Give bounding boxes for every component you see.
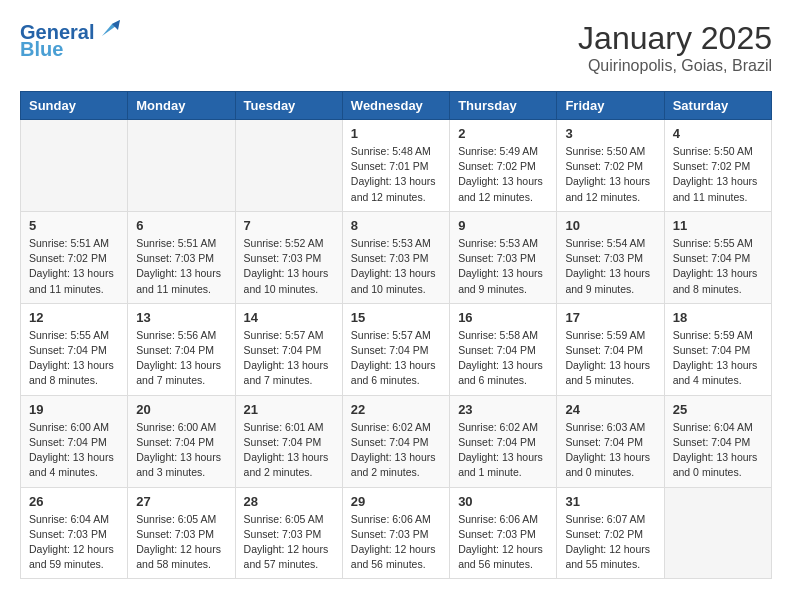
- table-row: 7Sunrise: 5:52 AM Sunset: 7:03 PM Daylig…: [235, 211, 342, 303]
- day-number: 26: [29, 494, 119, 509]
- table-row: 31Sunrise: 6:07 AM Sunset: 7:02 PM Dayli…: [557, 487, 664, 579]
- day-number: 23: [458, 402, 548, 417]
- day-number: 14: [244, 310, 334, 325]
- month-title: January 2025: [578, 20, 772, 57]
- page-header: General Blue January 2025 Quirinopolis, …: [20, 20, 772, 75]
- table-row: 19Sunrise: 6:00 AM Sunset: 7:04 PM Dayli…: [21, 395, 128, 487]
- day-number: 5: [29, 218, 119, 233]
- day-info: Sunrise: 5:51 AM Sunset: 7:02 PM Dayligh…: [29, 236, 119, 297]
- header-wednesday: Wednesday: [342, 92, 449, 120]
- table-row: 17Sunrise: 5:59 AM Sunset: 7:04 PM Dayli…: [557, 303, 664, 395]
- day-info: Sunrise: 6:00 AM Sunset: 7:04 PM Dayligh…: [136, 420, 226, 481]
- day-number: 1: [351, 126, 441, 141]
- day-info: Sunrise: 6:06 AM Sunset: 7:03 PM Dayligh…: [351, 512, 441, 573]
- day-info: Sunrise: 6:04 AM Sunset: 7:03 PM Dayligh…: [29, 512, 119, 573]
- day-number: 22: [351, 402, 441, 417]
- table-row: 20Sunrise: 6:00 AM Sunset: 7:04 PM Dayli…: [128, 395, 235, 487]
- day-info: Sunrise: 5:54 AM Sunset: 7:03 PM Dayligh…: [565, 236, 655, 297]
- table-row: 12Sunrise: 5:55 AM Sunset: 7:04 PM Dayli…: [21, 303, 128, 395]
- table-row: 6Sunrise: 5:51 AM Sunset: 7:03 PM Daylig…: [128, 211, 235, 303]
- table-row: 13Sunrise: 5:56 AM Sunset: 7:04 PM Dayli…: [128, 303, 235, 395]
- day-number: 3: [565, 126, 655, 141]
- table-row: 24Sunrise: 6:03 AM Sunset: 7:04 PM Dayli…: [557, 395, 664, 487]
- day-number: 27: [136, 494, 226, 509]
- table-row: 2Sunrise: 5:49 AM Sunset: 7:02 PM Daylig…: [450, 120, 557, 212]
- day-info: Sunrise: 6:00 AM Sunset: 7:04 PM Dayligh…: [29, 420, 119, 481]
- day-info: Sunrise: 5:59 AM Sunset: 7:04 PM Dayligh…: [673, 328, 763, 389]
- table-row: 26Sunrise: 6:04 AM Sunset: 7:03 PM Dayli…: [21, 487, 128, 579]
- day-info: Sunrise: 5:51 AM Sunset: 7:03 PM Dayligh…: [136, 236, 226, 297]
- logo-blue: Blue: [20, 38, 63, 61]
- day-number: 21: [244, 402, 334, 417]
- calendar-week-row: 26Sunrise: 6:04 AM Sunset: 7:03 PM Dayli…: [21, 487, 772, 579]
- logo: General Blue: [20, 20, 120, 61]
- table-row: 8Sunrise: 5:53 AM Sunset: 7:03 PM Daylig…: [342, 211, 449, 303]
- table-row: 10Sunrise: 5:54 AM Sunset: 7:03 PM Dayli…: [557, 211, 664, 303]
- day-number: 10: [565, 218, 655, 233]
- header-saturday: Saturday: [664, 92, 771, 120]
- title-block: January 2025 Quirinopolis, Goias, Brazil: [578, 20, 772, 75]
- table-row: 18Sunrise: 5:59 AM Sunset: 7:04 PM Dayli…: [664, 303, 771, 395]
- day-number: 16: [458, 310, 548, 325]
- day-info: Sunrise: 5:55 AM Sunset: 7:04 PM Dayligh…: [29, 328, 119, 389]
- day-number: 31: [565, 494, 655, 509]
- day-info: Sunrise: 5:50 AM Sunset: 7:02 PM Dayligh…: [565, 144, 655, 205]
- table-row: 15Sunrise: 5:57 AM Sunset: 7:04 PM Dayli…: [342, 303, 449, 395]
- day-info: Sunrise: 5:55 AM Sunset: 7:04 PM Dayligh…: [673, 236, 763, 297]
- calendar-week-row: 5Sunrise: 5:51 AM Sunset: 7:02 PM Daylig…: [21, 211, 772, 303]
- day-number: 13: [136, 310, 226, 325]
- table-row: 25Sunrise: 6:04 AM Sunset: 7:04 PM Dayli…: [664, 395, 771, 487]
- calendar-week-row: 19Sunrise: 6:00 AM Sunset: 7:04 PM Dayli…: [21, 395, 772, 487]
- day-number: 8: [351, 218, 441, 233]
- table-row: [128, 120, 235, 212]
- table-row: 21Sunrise: 6:01 AM Sunset: 7:04 PM Dayli…: [235, 395, 342, 487]
- day-info: Sunrise: 5:53 AM Sunset: 7:03 PM Dayligh…: [458, 236, 548, 297]
- table-row: [235, 120, 342, 212]
- day-info: Sunrise: 6:05 AM Sunset: 7:03 PM Dayligh…: [244, 512, 334, 573]
- day-number: 7: [244, 218, 334, 233]
- day-info: Sunrise: 6:02 AM Sunset: 7:04 PM Dayligh…: [458, 420, 548, 481]
- day-info: Sunrise: 6:01 AM Sunset: 7:04 PM Dayligh…: [244, 420, 334, 481]
- day-info: Sunrise: 5:50 AM Sunset: 7:02 PM Dayligh…: [673, 144, 763, 205]
- table-row: [664, 487, 771, 579]
- header-friday: Friday: [557, 92, 664, 120]
- svg-marker-1: [112, 20, 120, 30]
- day-number: 25: [673, 402, 763, 417]
- header-sunday: Sunday: [21, 92, 128, 120]
- day-number: 6: [136, 218, 226, 233]
- day-number: 28: [244, 494, 334, 509]
- table-row: 3Sunrise: 5:50 AM Sunset: 7:02 PM Daylig…: [557, 120, 664, 212]
- day-number: 30: [458, 494, 548, 509]
- logo-bird-icon: [98, 18, 120, 40]
- table-row: 30Sunrise: 6:06 AM Sunset: 7:03 PM Dayli…: [450, 487, 557, 579]
- day-number: 24: [565, 402, 655, 417]
- table-row: [21, 120, 128, 212]
- table-row: 5Sunrise: 5:51 AM Sunset: 7:02 PM Daylig…: [21, 211, 128, 303]
- table-row: 11Sunrise: 5:55 AM Sunset: 7:04 PM Dayli…: [664, 211, 771, 303]
- day-info: Sunrise: 5:49 AM Sunset: 7:02 PM Dayligh…: [458, 144, 548, 205]
- day-info: Sunrise: 5:58 AM Sunset: 7:04 PM Dayligh…: [458, 328, 548, 389]
- table-row: 22Sunrise: 6:02 AM Sunset: 7:04 PM Dayli…: [342, 395, 449, 487]
- day-number: 17: [565, 310, 655, 325]
- day-number: 15: [351, 310, 441, 325]
- day-number: 9: [458, 218, 548, 233]
- day-info: Sunrise: 6:05 AM Sunset: 7:03 PM Dayligh…: [136, 512, 226, 573]
- day-info: Sunrise: 6:06 AM Sunset: 7:03 PM Dayligh…: [458, 512, 548, 573]
- calendar-header-row: Sunday Monday Tuesday Wednesday Thursday…: [21, 92, 772, 120]
- day-info: Sunrise: 5:53 AM Sunset: 7:03 PM Dayligh…: [351, 236, 441, 297]
- day-info: Sunrise: 5:59 AM Sunset: 7:04 PM Dayligh…: [565, 328, 655, 389]
- table-row: 28Sunrise: 6:05 AM Sunset: 7:03 PM Dayli…: [235, 487, 342, 579]
- day-number: 19: [29, 402, 119, 417]
- table-row: 16Sunrise: 5:58 AM Sunset: 7:04 PM Dayli…: [450, 303, 557, 395]
- day-info: Sunrise: 5:56 AM Sunset: 7:04 PM Dayligh…: [136, 328, 226, 389]
- calendar-week-row: 12Sunrise: 5:55 AM Sunset: 7:04 PM Dayli…: [21, 303, 772, 395]
- day-number: 4: [673, 126, 763, 141]
- table-row: 14Sunrise: 5:57 AM Sunset: 7:04 PM Dayli…: [235, 303, 342, 395]
- calendar-table: Sunday Monday Tuesday Wednesday Thursday…: [20, 91, 772, 579]
- table-row: 27Sunrise: 6:05 AM Sunset: 7:03 PM Dayli…: [128, 487, 235, 579]
- table-row: 23Sunrise: 6:02 AM Sunset: 7:04 PM Dayli…: [450, 395, 557, 487]
- day-info: Sunrise: 6:02 AM Sunset: 7:04 PM Dayligh…: [351, 420, 441, 481]
- table-row: 29Sunrise: 6:06 AM Sunset: 7:03 PM Dayli…: [342, 487, 449, 579]
- header-tuesday: Tuesday: [235, 92, 342, 120]
- day-info: Sunrise: 5:52 AM Sunset: 7:03 PM Dayligh…: [244, 236, 334, 297]
